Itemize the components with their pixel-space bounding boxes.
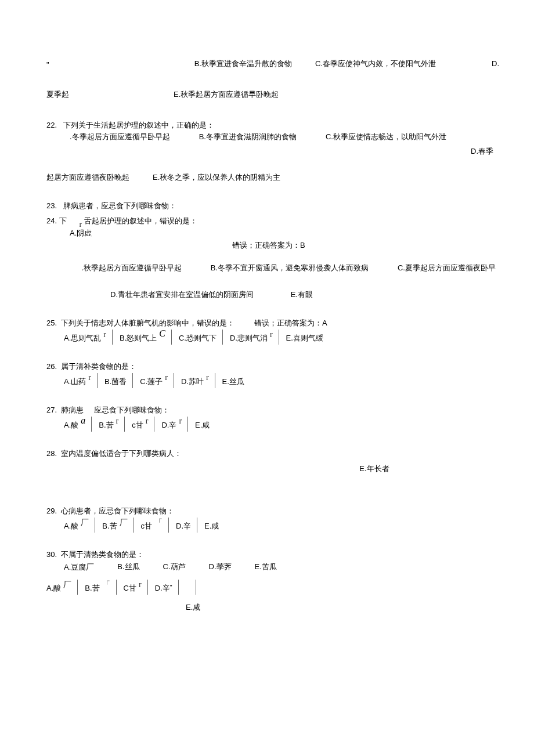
- q24-options-row2: D.青壮年患者宜安排在室温偏低的阴面房间 E.有眼: [46, 289, 499, 301]
- q30-opt-c2[interactable]: C甘 r: [124, 580, 148, 595]
- q22-opt-b: B.冬季宜进食滋阴润肺的食物: [199, 131, 297, 143]
- q25-opt-e[interactable]: E.喜则气缓: [286, 330, 329, 345]
- option-e-text: E.秋季起居方面应遵循早卧晚起: [174, 89, 279, 101]
- radio-icon: r: [88, 371, 91, 384]
- q22-options-row2: 起居方面应遵循夜卧晚起 E.秋冬之季，应以保养人体的阴精为主: [46, 172, 499, 184]
- radio-icon: r: [146, 415, 149, 428]
- radio-icon: 厂: [63, 578, 71, 591]
- radio-icon: 厂: [86, 563, 94, 571]
- q25-opt-a[interactable]: A.思则气乱 r: [64, 330, 113, 345]
- q24-opt-a2: .秋季起居方面应遵循早卧早起: [81, 262, 182, 274]
- xia-text: 夏季起: [46, 89, 69, 101]
- radio-icon: r: [103, 328, 106, 341]
- q24-stem-line: 24. 下 r 舌起居护理的叙述中，错误的是：: [46, 215, 499, 227]
- q25-opt-b[interactable]: B.怒则气上 C: [120, 330, 172, 345]
- q30-opt-a[interactable]: A.豆腐厂: [64, 561, 94, 574]
- q27-options: A.酸 a B.苦 r c甘 r D.辛 r E.咸: [46, 417, 499, 432]
- q29-options: A.酸厂 B.苦厂 c甘 「 D.辛 E.咸: [46, 518, 499, 533]
- document-page: " B.秋季宜进食辛温升散的食物 C.春季应使神气内敛，不使阳气外泄 D. 夏季…: [0, 0, 534, 653]
- question-23: 23. 脾病患者，应忌食下列哪味食物：: [46, 200, 499, 212]
- q29-opt-c[interactable]: c甘 「: [141, 518, 169, 533]
- q28-number: 28.: [46, 449, 57, 458]
- q22-number: 22.: [46, 121, 57, 129]
- q24-prefix: 下: [59, 216, 67, 225]
- q24-stem: 舌起居护理的叙述中，错误的是：: [84, 216, 197, 225]
- q26-opt-a[interactable]: A.山药 r: [64, 373, 98, 388]
- q30-opt-d2[interactable]: D.辛": [155, 580, 179, 595]
- q30-opt-a2[interactable]: A.酸厂: [46, 580, 78, 595]
- q26-opt-c[interactable]: C.莲子 r: [140, 373, 174, 388]
- question-30: 30. 不属于清热类食物的是： A.豆腐厂 B.丝瓜 C.葫芦 D.荸荠 E.苦…: [46, 549, 499, 614]
- q24-opt-c: C.夏季起居方面应遵循夜卧早: [398, 262, 496, 274]
- q25-error-note: 错误；正确答案为：A: [254, 317, 327, 330]
- q25-opt-d[interactable]: D.悲则气消 r: [230, 330, 279, 345]
- q26-number: 26.: [46, 362, 57, 371]
- q27-opt-b[interactable]: B.苦 r: [99, 417, 125, 432]
- q25-options: A.思则气乱 r B.怒则气上 C C.恐则气下 D.悲则气消 r E.喜则气缓: [46, 330, 499, 345]
- radio-icon: 厂: [120, 516, 128, 529]
- q22-opt-d: D.春季: [46, 146, 499, 158]
- q29-opt-d[interactable]: D.辛: [176, 518, 197, 533]
- q25-stem: 下列关于情志对人体脏腑气机的影响中，错误的是：: [61, 319, 234, 327]
- q22-stem: 下列关于生活起居护理的叙述中，正确的是：: [63, 121, 214, 129]
- q29-number: 29.: [46, 507, 57, 515]
- q22-stem-line: 22. 下列关于生活起居护理的叙述中，正确的是：: [46, 120, 499, 132]
- q24-opt-a-yinxu: A.阴虚: [46, 227, 499, 240]
- q27-opt-a[interactable]: A.酸 a: [64, 417, 92, 432]
- radio-icon: r: [116, 415, 119, 428]
- italic-a-icon: a: [81, 413, 85, 428]
- q27-opt-d[interactable]: D.辛 r: [161, 417, 188, 432]
- q29-opt-b[interactable]: B.苦厂: [102, 518, 134, 533]
- q28-stem-line: 28. 室内温度偏低适合于下列哪类病人：: [46, 448, 499, 460]
- radio-icon: r: [270, 328, 273, 341]
- q26-options: A.山药 r B.茴香 C.莲子 r D.苏叶 r E.丝瓜: [46, 373, 499, 388]
- q24-opt-d: D.青壮年患者宜安排在室温偏低的阴面房间: [110, 290, 254, 299]
- q23-stem: 脾病患者，应忌食下列哪味食物：: [63, 201, 176, 210]
- radio-icon: 「: [154, 516, 163, 529]
- question-29: 29. 心病患者，应忌食下列哪味食物： A.酸厂 B.苦厂 c甘 「 D.辛 E…: [46, 505, 499, 533]
- q29-opt-a[interactable]: A.酸厂: [64, 518, 95, 533]
- q28-stem: 室内温度偏低适合于下列哪类病人：: [61, 449, 182, 458]
- q26-opt-b[interactable]: B.茴香: [104, 373, 133, 388]
- radio-icon: 厂: [81, 516, 89, 529]
- q28-opt-e: E.年长者: [46, 460, 499, 489]
- q29-stem-line: 29. 心病患者，应忌食下列哪味食物：: [46, 505, 499, 518]
- quote-mark: ": [46, 58, 49, 71]
- option-c-text: C.春季应使神气内敛，不使阳气外泄: [315, 58, 436, 71]
- q27-stem-right: 应忌食下列哪味食物：: [94, 406, 169, 414]
- top-fragment-line-2: 夏季起 E.秋季起居方面应遵循早卧晚起: [46, 89, 499, 101]
- q27-stem-line: 27. 肺病患 应忌食下列哪味食物：: [46, 404, 499, 417]
- q23-number: 23.: [46, 201, 57, 210]
- option-b-text: B.秋季宜进食辛温升散的食物: [194, 58, 292, 71]
- q30-opt-ee: E.咸: [46, 602, 499, 614]
- q22-line2e: E.秋冬之季，应以保养人体的阴精为主: [153, 172, 280, 184]
- q30-opt-c[interactable]: C.葫芦: [163, 561, 186, 574]
- q26-opt-e[interactable]: E.丝瓜: [222, 373, 250, 388]
- question-24: 24. 下 r 舌起居护理的叙述中，错误的是： A.阴虚 错误；正确答案为：B …: [46, 215, 499, 302]
- q27-opt-c[interactable]: c甘 r: [132, 417, 154, 432]
- question-25: 25. 下列关于情志对人体脏腑气机的影响中，错误的是： 错误；正确答案为：A A…: [46, 317, 499, 345]
- q30-opt-b[interactable]: B.丝瓜: [117, 561, 139, 574]
- q25-stem-line: 25. 下列关于情志对人体脏腑气机的影响中，错误的是： 错误；正确答案为：A: [46, 317, 499, 330]
- q30-opt-e[interactable]: E.苦瓜: [255, 561, 277, 574]
- q30-stem-line: 30. 不属于清热类食物的是：: [46, 549, 499, 561]
- q25-opt-c[interactable]: C.恐则气下: [179, 330, 223, 345]
- question-27: 27. 肺病患 应忌食下列哪味食物： A.酸 a B.苦 r c甘 r D.辛 …: [46, 404, 499, 432]
- q26-opt-d[interactable]: D.苏叶 r: [181, 373, 215, 388]
- q26-stem: 属于清补类食物的是：: [61, 362, 136, 371]
- q29-opt-e[interactable]: E.咸: [204, 518, 225, 533]
- q30-opt-b2[interactable]: B.苦 「: [85, 580, 116, 595]
- q24-opt-b: B.冬季不宜开窗通风，避免寒邪侵袭人体而致病: [211, 262, 369, 274]
- q24-opt-e: E.有眼: [291, 290, 313, 299]
- q30-number: 30.: [46, 550, 57, 559]
- radio-icon: r: [79, 220, 82, 229]
- q24-number: 24.: [46, 216, 57, 225]
- q29-stem: 心病患者，应忌食下列哪味食物：: [61, 507, 174, 515]
- q27-opt-e[interactable]: E.咸: [195, 417, 215, 432]
- q27-number: 27.: [46, 406, 57, 414]
- option-d-text: D.: [492, 58, 499, 71]
- italic-c-icon: C: [159, 326, 165, 341]
- q24-error-note: 错误；正确答案为：B: [46, 240, 499, 252]
- q30-opt-d[interactable]: D.荸荠: [209, 561, 232, 574]
- q30-opt-empty: [186, 580, 196, 595]
